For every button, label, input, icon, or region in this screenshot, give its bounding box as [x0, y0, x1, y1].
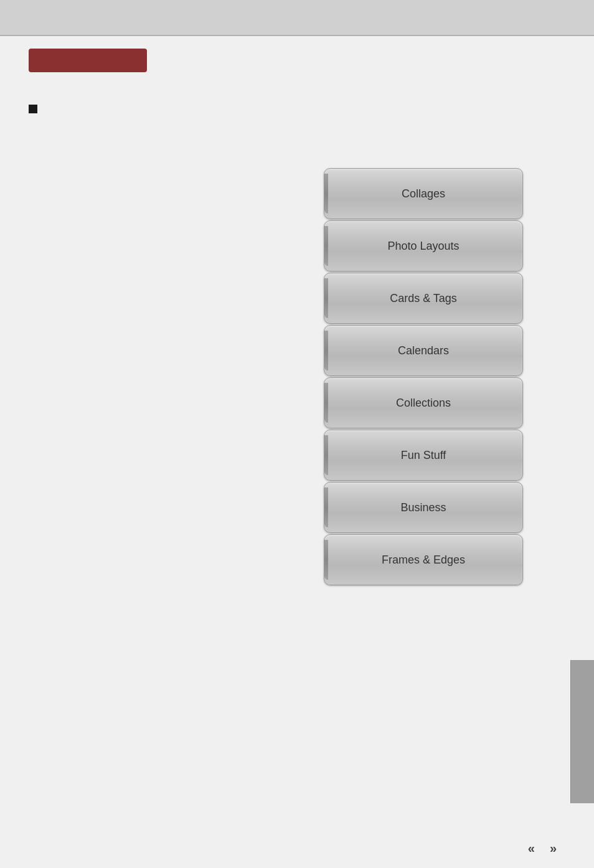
top-action-button[interactable]: [29, 49, 147, 72]
menu-item-collections[interactable]: Collections: [324, 377, 523, 428]
category-menu: CollagesPhoto LayoutsCards & TagsCalenda…: [324, 168, 523, 587]
prev-button[interactable]: «: [528, 841, 535, 856]
menu-item-business[interactable]: Business: [324, 482, 523, 533]
bullet-icon: [29, 105, 37, 113]
menu-item-cards-tags[interactable]: Cards & Tags: [324, 273, 523, 324]
header-bar: [0, 0, 594, 36]
scrollbar[interactable]: [570, 660, 594, 803]
menu-item-frames-edges[interactable]: Frames & Edges: [324, 534, 523, 585]
menu-item-collages[interactable]: Collages: [324, 168, 523, 219]
menu-item-fun-stuff[interactable]: Fun Stuff: [324, 430, 523, 481]
next-button[interactable]: »: [550, 841, 557, 856]
menu-item-calendars[interactable]: Calendars: [324, 325, 523, 376]
bottom-navigation: « »: [528, 841, 557, 856]
menu-item-photo-layouts[interactable]: Photo Layouts: [324, 220, 523, 271]
